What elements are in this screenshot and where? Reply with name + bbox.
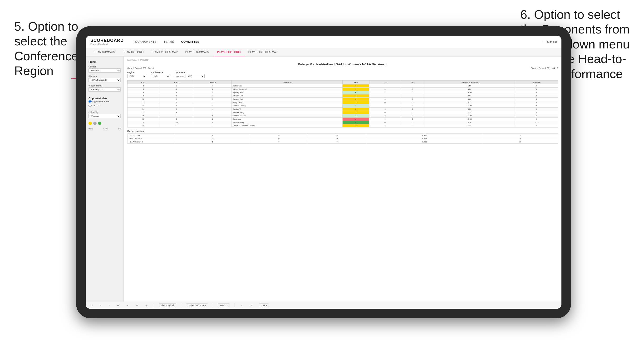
region-filter-group: Region (All) <box>127 71 146 78</box>
color-dot-up <box>98 122 101 125</box>
toolbar-divider-4 <box>234 304 235 307</box>
logo-title: SCOREBOARD <box>90 38 124 43</box>
table-row: NCAA Division 2 5 0 0 7.400 10 <box>128 140 558 144</box>
export-button[interactable]: ↗ <box>125 304 130 307</box>
undo-button[interactable]: ↺ <box>90 304 94 307</box>
table-row: 5 2 2 Alexis Sudjianto 1 0 0 4.00 3 <box>128 88 558 91</box>
table-row: 13 1 1 Jessica Huang 1 1 0 -3.00 2 <box>128 104 558 108</box>
table-header-row: # Div # Reg # Conf Opponent Win Loss Tie… <box>128 80 558 84</box>
table-row: NAIA Division 1 15 0 0 9.267 30 <box>128 137 558 140</box>
sign-out-link[interactable]: Sign out <box>547 40 557 43</box>
nav-separator: | <box>543 40 544 43</box>
division-section: Division NCAA Division III <box>88 75 120 82</box>
th-tie: Tie <box>401 80 424 84</box>
table-row: Foreign Team 1 0 0 4.500 2 <box>128 134 558 137</box>
main-table: # Div # Reg # Conf Opponent Win Loss Tie… <box>127 80 558 128</box>
forward-button[interactable]: › <box>107 304 111 307</box>
radio-opponents-played[interactable]: Opponents Played <box>88 100 120 103</box>
subnav-team-h2h-heatmap[interactable]: TEAM H2H HEATMAP <box>148 48 182 56</box>
colour-by-section: Colour by Win/loss <box>88 111 120 118</box>
logo-subtitle: Powered by clippd <box>90 43 124 45</box>
clock-button[interactable]: ◷ <box>144 304 149 307</box>
colour-by-label: Colour by <box>88 111 120 114</box>
nav-committee[interactable]: COMMITTEE <box>181 40 200 43</box>
player-label: Player <box>88 60 120 63</box>
share-button[interactable]: Share <box>259 304 269 307</box>
layout-button[interactable]: ⊡ <box>249 304 254 307</box>
back-button[interactable]: ‹ <box>99 304 102 307</box>
player-rank-section: Player (Rank) 8. Katelyn Vo <box>88 85 120 92</box>
overall-record: Overall Record: 353 - 34 - 6 <box>127 67 154 69</box>
sub-nav: TEAM SUMMARY TEAM H2H GRID TEAM H2H HEAT… <box>86 48 562 56</box>
nav-teams[interactable]: TEAMS <box>164 40 174 43</box>
opponent-view-radios: Opponents Played Top 100 <box>88 100 120 107</box>
subnav-team-h2h-grid[interactable]: TEAM H2H GRID <box>120 48 148 56</box>
division-select[interactable]: NCAA Division III <box>88 78 120 82</box>
records-row: Overall Record: 353 - 34 - 6 Division Re… <box>127 67 558 69</box>
subnav-player-summary[interactable]: PLAYER SUMMARY <box>182 48 214 56</box>
color-dot-down <box>88 122 92 125</box>
player-rank-label: Player (Rank) <box>88 85 120 87</box>
conference-label: Conference <box>151 71 170 74</box>
conference-filter-group: Conference (All) <box>151 71 170 78</box>
tablet: SCOREBOARD Powered by clippd TOURNAMENTS… <box>76 26 571 318</box>
top-nav-center: TOURNAMENTS TEAMS COMMITTEE <box>133 40 543 43</box>
opponent-select[interactable]: (All) <box>186 74 204 78</box>
content-area: Last Updated: 27/03/2024 Katelyn Vo Head… <box>124 56 562 302</box>
radio-top100[interactable]: Top 100 <box>88 104 120 107</box>
region-label: Region <box>127 71 146 74</box>
top-nav: SCOREBOARD Powered by clippd TOURNAMENTS… <box>86 36 562 48</box>
gender-label: Gender <box>88 66 120 68</box>
table-row: 10 6 3 Andrea York 2 0 0 4.00 4 <box>128 98 558 101</box>
watch-button[interactable]: Watch ▾ <box>218 304 230 307</box>
subnav-player-h2h-heatmap[interactable]: PLAYER H2H HEATMAP <box>244 48 282 56</box>
more-button[interactable]: ··· <box>135 304 140 307</box>
filter-row: Region (All) Conference (All) Opponent <box>127 71 558 78</box>
label-level: Level <box>104 128 108 130</box>
color-labels: Down Level Up <box>88 128 120 130</box>
table-row: 20 11 7 Federica Domecq Lacroze 2 1 0 1.… <box>128 124 558 128</box>
player-rank-select[interactable]: 8. Katelyn Vo <box>88 87 120 92</box>
player-section: Player <box>88 59 120 63</box>
toolbar-divider-3 <box>213 304 213 307</box>
gender-section: Gender Women's <box>88 66 120 73</box>
grid-button[interactable]: ⊞ <box>116 304 120 307</box>
opponent-filter-group: Opponent Opponents: (All) <box>175 71 204 78</box>
color-dot-level <box>93 122 96 125</box>
label-down: Down <box>88 128 93 130</box>
opponents-sublabel: Opponents: <box>175 75 184 77</box>
th-div: # Div <box>128 80 160 84</box>
last-updated: Last Updated: 27/03/2024 <box>127 59 558 61</box>
sort-button[interactable]: ↑↓ <box>240 304 244 307</box>
region-select[interactable]: (All) <box>127 74 146 78</box>
conference-select[interactable]: (All) <box>151 74 170 78</box>
th-conf: # Conf <box>194 80 232 84</box>
view-original-button[interactable]: View: Original <box>159 304 176 307</box>
opponent-label: Opponent <box>175 71 204 74</box>
table-row: 19 10 6 Emily Chang 4 0 0 0.30 11 <box>128 121 558 124</box>
nav-right: | Sign out <box>543 40 557 43</box>
table-row: 11 2 5 Heejo Hyun 1 0 0 3.33 3 <box>128 101 558 104</box>
bottom-toolbar: ↺ ‹ › ⊞ ↗ ··· ◷ View: Original Save Cust… <box>86 302 562 309</box>
save-custom-view-button[interactable]: Save Custom View <box>186 304 208 307</box>
division-record: Division Record: 331 - 34 - 6 <box>531 67 558 69</box>
gender-select[interactable]: Women's <box>88 68 120 73</box>
page-title: Katelyn Vo Head-to-Head Grid for Women's… <box>127 62 558 66</box>
nav-tournaments[interactable]: TOURNAMENTS <box>133 40 156 43</box>
subnav-team-summary[interactable]: TEAM SUMMARY <box>90 48 120 56</box>
table-row: 6 3 3 Sydney Kuo 0 1 0 -1.00 3 <box>128 91 558 94</box>
table-row: 3 3 1 Esther Lee 1 1.50 4 <box>128 84 558 88</box>
th-rounds: Rounds <box>514 80 558 84</box>
toolbar-divider-1 <box>154 304 154 307</box>
logo: SCOREBOARD Powered by clippd <box>90 38 124 45</box>
table-row: 14 7 4 Eunice Yi 2 2 0 0.38 9 <box>128 108 558 111</box>
th-loss: Loss <box>370 80 401 84</box>
table-row: 18 2 2 Euna Lee 0 0 0 -5.00 2 <box>128 118 558 121</box>
th-diff: Diff Av Strokes/Rnd <box>424 80 515 84</box>
table-row: 15 8 5 Stella Cheng 1 0 0 1.25 4 <box>128 111 558 114</box>
color-legend <box>88 122 120 125</box>
label-up: Up <box>118 128 120 130</box>
colour-by-select[interactable]: Win/loss <box>88 114 120 118</box>
subnav-player-h2h-grid[interactable]: PLAYER H2H GRID <box>214 48 244 56</box>
tablet-screen: SCOREBOARD Powered by clippd TOURNAMENTS… <box>86 36 562 309</box>
